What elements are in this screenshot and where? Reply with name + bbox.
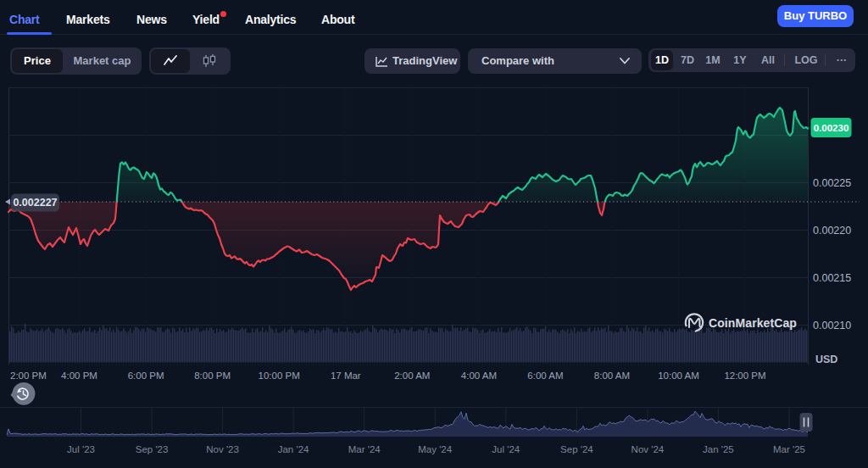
- svg-text:May '24: May '24: [418, 444, 453, 454]
- svg-text:Sep '23: Sep '23: [136, 444, 169, 454]
- svg-text:Nov '23: Nov '23: [206, 444, 239, 454]
- svg-text:Mar '25: Mar '25: [773, 444, 805, 454]
- svg-text:0.00230: 0.00230: [814, 123, 849, 133]
- svg-text:Jan '25: Jan '25: [703, 444, 734, 454]
- svg-text:Nov '24: Nov '24: [632, 444, 665, 454]
- svg-text:0.00210: 0.00210: [813, 320, 851, 332]
- svg-text:0.002227: 0.002227: [13, 197, 57, 209]
- svg-text:Jul '24: Jul '24: [492, 444, 520, 454]
- svg-text:0.00220: 0.00220: [813, 225, 851, 237]
- svg-text:Jan '24: Jan '24: [278, 444, 309, 454]
- svg-text:0.00215: 0.00215: [813, 272, 851, 284]
- svg-text:Sep '24: Sep '24: [560, 444, 593, 454]
- svg-text:Jul '23: Jul '23: [67, 444, 95, 454]
- svg-text:Mar '24: Mar '24: [348, 444, 381, 454]
- svg-text:0.00225: 0.00225: [813, 177, 851, 189]
- svg-text:CoinMarketCap: CoinMarketCap: [709, 316, 797, 330]
- svg-text:USD: USD: [815, 354, 837, 365]
